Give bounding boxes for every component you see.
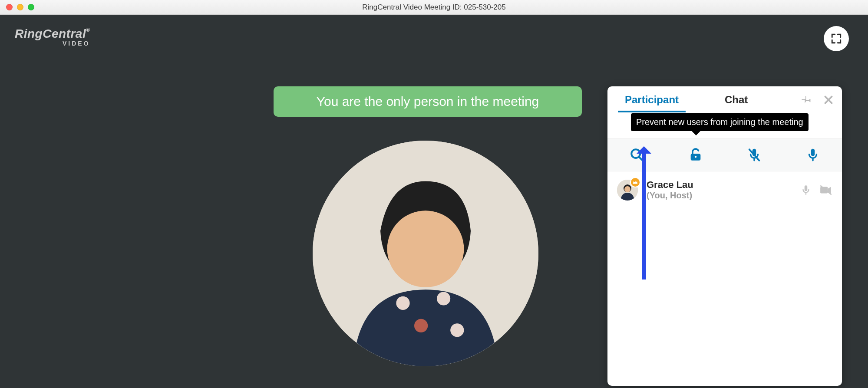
- tooltip-text: Prevent new users from joining the meeti…: [636, 117, 803, 127]
- participant-role: (You, Host): [647, 191, 693, 201]
- panel-header: Participant Chat: [607, 86, 842, 113]
- participant-info: Grace Lau (You, Host): [647, 179, 693, 201]
- minimize-window-button[interactable]: [17, 4, 23, 10]
- lock-open-icon: [688, 148, 703, 162]
- pin-panel-button[interactable]: [801, 94, 812, 105]
- zoom-window-button[interactable]: [28, 4, 34, 10]
- brand-registered: ®: [86, 27, 90, 33]
- window-title: RingCentral Video Meeting ID: 025-530-20…: [0, 3, 868, 12]
- fullscreen-button[interactable]: [824, 26, 849, 51]
- lock-meeting-button[interactable]: [683, 142, 709, 168]
- video-off-icon: [819, 184, 832, 196]
- svg-point-2: [396, 296, 409, 310]
- svg-rect-10: [811, 149, 815, 156]
- banner-text: You are the only person in the meeting: [317, 94, 539, 109]
- mute-all-button[interactable]: [741, 142, 767, 168]
- svg-point-3: [437, 292, 450, 305]
- titlebar: RingCentral Video Meeting ID: 025-530-20…: [0, 0, 868, 15]
- crown-icon: [632, 179, 638, 185]
- app-body: RingCentral® VIDEO You are the only pers…: [0, 15, 868, 388]
- participant-mic-status[interactable]: [800, 184, 812, 196]
- svg-point-5: [450, 323, 464, 337]
- brand-logo: RingCentral® VIDEO: [15, 27, 90, 47]
- tab-participant[interactable]: Participant: [621, 94, 682, 106]
- close-window-button[interactable]: [6, 4, 13, 10]
- annotation-arrow: [642, 149, 646, 279]
- status-banner: You are the only person in the meeting: [274, 86, 582, 117]
- brand-name: RingCentral: [15, 27, 86, 40]
- participant-name: Grace Lau: [647, 179, 693, 191]
- mic-icon: [805, 148, 820, 162]
- svg-point-8: [694, 156, 696, 158]
- self-video-avatar: [313, 141, 538, 366]
- svg-rect-14: [805, 185, 808, 191]
- mic-button[interactable]: [800, 142, 826, 168]
- tab-chat[interactable]: Chat: [721, 94, 751, 106]
- close-panel-button[interactable]: [823, 94, 834, 105]
- pin-icon: [801, 94, 812, 105]
- participant-status: [800, 184, 832, 196]
- svg-point-4: [414, 319, 428, 332]
- mic-icon: [800, 184, 812, 196]
- close-icon: [823, 94, 834, 105]
- window-controls: [6, 4, 34, 10]
- brand-subline: VIDEO: [15, 40, 90, 47]
- avatar-placeholder-icon: [313, 141, 538, 366]
- fullscreen-icon: [831, 33, 842, 44]
- host-badge: [630, 177, 640, 187]
- participant-avatar: [617, 180, 638, 201]
- mic-muted-icon: [747, 148, 762, 162]
- lock-tooltip: Prevent new users from joining the meeti…: [631, 113, 809, 131]
- svg-point-13: [624, 186, 630, 192]
- participant-video-status[interactable]: [819, 184, 832, 196]
- svg-point-1: [387, 210, 464, 287]
